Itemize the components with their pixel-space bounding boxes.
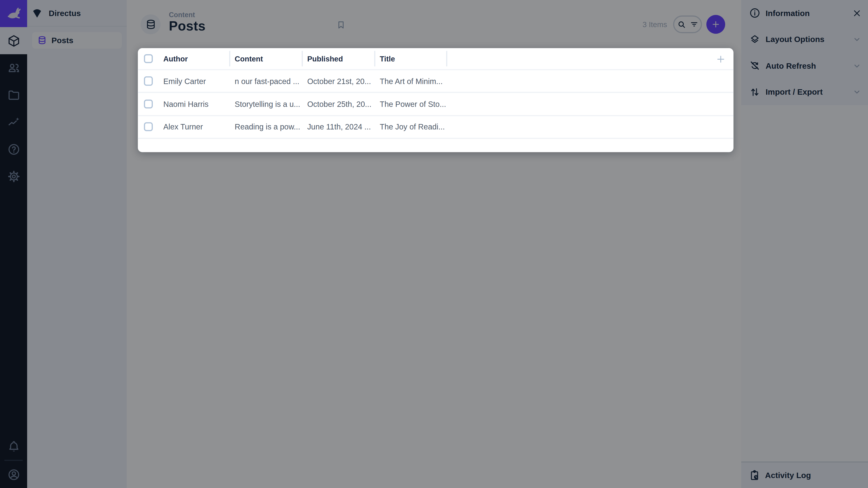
cell-author: Naomi Harris — [158, 100, 229, 108]
row-checkbox[interactable] — [144, 122, 153, 131]
cell-author: Emily Carter — [158, 77, 229, 86]
row-select-cell — [138, 93, 158, 115]
column-header-content[interactable]: Content — [229, 48, 302, 69]
select-all-checkbox[interactable] — [144, 54, 153, 63]
select-all-cell — [138, 48, 158, 69]
add-column-button[interactable] — [715, 54, 726, 65]
column-header-spacer — [446, 48, 734, 69]
table-row[interactable]: Emily Carter n our fast-paced ... Octobe… — [138, 70, 734, 93]
table-row[interactable]: Alex Turner Reading is a pow... June 11t… — [138, 116, 734, 139]
directus-app: Directus Posts Content Posts — [0, 0, 868, 488]
table-header-row: Author Content Published Title — [138, 48, 734, 70]
cell-content: Storytelling is a u... — [229, 100, 302, 108]
cell-content: Reading is a pow... — [229, 123, 302, 131]
row-checkbox[interactable] — [144, 76, 153, 86]
cell-published: October 25th, 20... — [302, 100, 374, 108]
cell-content: n our fast-paced ... — [229, 77, 302, 86]
cell-title: The Art of Minim... — [374, 77, 446, 86]
items-table-card: Author Content Published Title Emily Car… — [138, 48, 734, 152]
cell-author: Alex Turner — [158, 123, 229, 131]
column-header-published[interactable]: Published — [302, 48, 374, 69]
cell-title: The Power of Sto... — [374, 100, 446, 108]
row-checkbox[interactable] — [144, 99, 153, 108]
column-header-author[interactable]: Author — [158, 48, 229, 69]
column-header-title[interactable]: Title — [374, 48, 446, 69]
cell-published: October 21st, 20... — [302, 77, 374, 86]
cell-published: June 11th, 2024 ... — [302, 123, 374, 131]
row-select-cell — [138, 116, 158, 138]
cell-title: The Joy of Readi... — [374, 123, 446, 131]
table-row[interactable]: Naomi Harris Storytelling is a u... Octo… — [138, 93, 734, 116]
plus-icon — [715, 54, 726, 65]
row-select-cell — [138, 70, 158, 92]
